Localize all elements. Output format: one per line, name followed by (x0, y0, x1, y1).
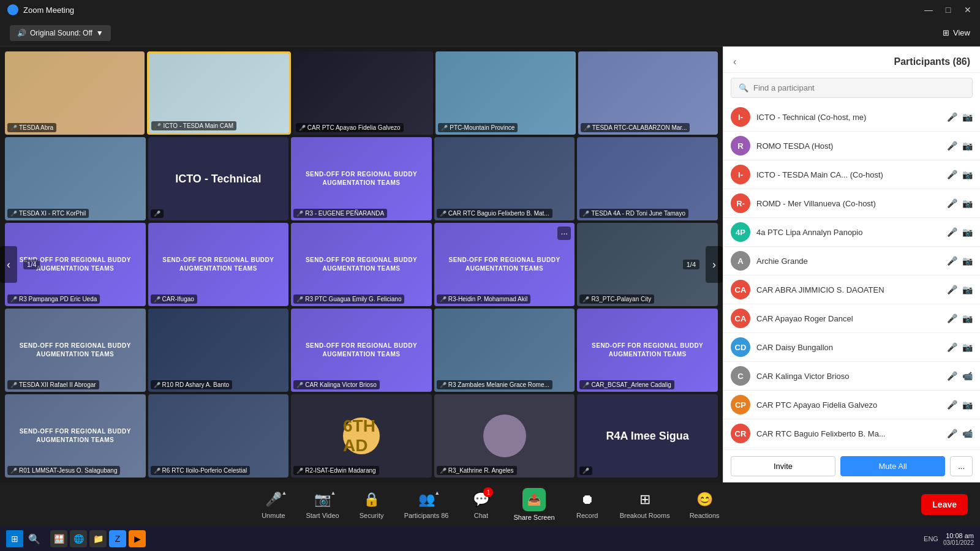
mic-icon: 🎤 (296, 296, 303, 302)
participant-item[interactable]: I- ICTO - Technical (Co-host, me) 🎤 📷 (723, 103, 980, 132)
video-icon: 📷 (962, 256, 973, 266)
unmute-label: Unmute (262, 512, 285, 519)
chat-button[interactable]: 💬 1 Chat (459, 485, 502, 524)
avatar: R- (731, 193, 750, 213)
close-button[interactable]: ✕ (963, 5, 973, 15)
participant-item[interactable]: A Archie Grande 🎤 📷 (723, 247, 980, 276)
video-cell-car-ptc[interactable]: 🎤 CAR PTC Apayao Fidelia Galvezo (293, 51, 433, 135)
record-button[interactable]: ⏺ Record (566, 485, 609, 524)
video-icon: 📷 (962, 400, 973, 410)
mute-icon: 🎤 (947, 342, 957, 352)
participant-actions: 🎤 📷 (947, 141, 973, 151)
mic-icon: 🎤 (440, 211, 447, 217)
video-cell-r3-eugene[interactable]: SEND-OFF FOR REGIONAL BUDDYAUGMENTATION … (291, 137, 432, 220)
mute-icon: 🎤 (947, 227, 957, 237)
mute-all-button[interactable]: Mute All (840, 456, 945, 476)
start-video-button[interactable]: 📷 ▲ Start Video (297, 485, 347, 524)
app-icon-vlc[interactable]: ▶ (129, 530, 146, 547)
video-cell-r6-rtc[interactable]: 🎤 R6 RTC Iloilo-Porferio Celestial (148, 394, 289, 478)
mic-icon: 🎤 (154, 123, 161, 129)
taskbar-search[interactable]: 🔍 (26, 530, 43, 547)
start-button[interactable]: ⊞ (6, 530, 23, 547)
invite-button[interactable]: Invite (731, 456, 835, 476)
video-icon: 📷 (962, 141, 973, 151)
share-screen-button[interactable]: 📤 Share Screen (505, 483, 563, 526)
participant-item[interactable]: R ROMO TESDA (Host) 🎤 📷 (723, 132, 980, 160)
video-cell-r3-zambales[interactable]: 🎤 R3 Zambales Melanie Grace Rome... (434, 309, 575, 392)
video-cell-car-bcsat[interactable]: SEND-OFF FOR REGIONAL BUDDYAUGMENTATION … (577, 309, 718, 392)
breakout-icon: ⊞ (635, 490, 655, 509)
participant-item[interactable]: CD CAR Daisy Bungallon 🎤 📷 (723, 333, 980, 362)
video-cell-tesda-4a[interactable]: 🎤 TESDA 4A - RD Toni June Tamayo (577, 137, 718, 220)
participant-item[interactable]: C CAR Kalinga Victor Brioso 🎤 📹 (723, 362, 980, 391)
video-icon: 📷 (962, 198, 973, 208)
maximize-button[interactable]: □ (943, 5, 953, 15)
participants-button[interactable]: 👥 ▲ Participants 86 (396, 485, 458, 524)
participants-list: I- ICTO - Technical (Co-host, me) 🎤 📷 R … (723, 103, 980, 449)
video-cell-car-kalinga-vic[interactable]: SEND-OFF FOR REGIONAL BUDDYAUGMENTATION … (291, 309, 432, 392)
participant-name: CAR PTC Apayao Fidelia Galvezo (756, 400, 947, 410)
participant-name: CAR Daisy Bungallon (756, 343, 947, 352)
leave-button[interactable]: Leave (921, 494, 968, 515)
view-button[interactable]: ⊞ View (943, 28, 970, 37)
zoom-icon (7, 4, 18, 15)
app-icon-2[interactable]: 🌐 (70, 530, 87, 547)
minimize-button[interactable]: — (924, 5, 933, 15)
participant-item[interactable]: CA CAR ABRA JIMMICIO S. DAOATEN 🎤 📷 (723, 276, 980, 304)
participant-label: R2-ISAT-Edwin Madarang (305, 467, 375, 474)
video-cell-ptc-mountain[interactable]: 🎤 PTC-Mountain Province (435, 51, 575, 135)
participant-item[interactable]: CA CAR Apayao Roger Dancel 🎤 📷 (723, 304, 980, 333)
app-icon-1[interactable]: 🪟 (50, 530, 67, 547)
more-options-button[interactable]: ... (950, 456, 973, 476)
video-cell-tesda-xii[interactable]: SEND-OFF FOR REGIONAL BUDDYAUGMENTATION … (5, 309, 146, 392)
reactions-button[interactable]: 😊 Reactions (681, 485, 728, 524)
participant-item[interactable]: CP CAR PTC Apayao Fidelia Galvezo 🎤 📷 (723, 391, 980, 419)
chat-icon: 💬 1 (471, 490, 491, 509)
unmute-button[interactable]: 🎤 ▲ Unmute (252, 485, 295, 524)
nav-arrow-left[interactable]: ‹ (0, 246, 17, 283)
mic-icon: 🎤 (296, 211, 303, 217)
video-cell-car-rtc[interactable]: 🎤 CAR RTC Baguio Felixberto B. Mat... (434, 137, 575, 220)
nav-arrow-right[interactable]: › (706, 246, 723, 283)
app-icon-3[interactable]: 📁 (89, 530, 107, 547)
mute-icon: 🎤 (947, 112, 957, 122)
mute-icon: 🎤 (947, 170, 957, 179)
mute-icon: 🎤 (947, 313, 957, 323)
participant-item[interactable]: I- ICTO - TESDA Main CA... (Co-host) 🎤 📷 (723, 160, 980, 189)
video-cell-tesda-abra[interactable]: 🎤 TESDA Abra (5, 51, 145, 135)
video-cell-icto-tech[interactable]: ICTO - Technical 🎤 (148, 137, 289, 220)
video-cell-r01-lmmsat[interactable]: SEND-OFF FOR REGIONAL BUDDYAUGMENTATION … (5, 394, 146, 478)
participant-label: TESDA XII Rafael II Abrogar (19, 381, 96, 388)
video-cell-tesda-xi[interactable]: 🎤 TESDA XI - RTC KorPhil (5, 137, 146, 220)
unmute-caret: ▲ (282, 490, 287, 496)
participant-label: R3-Heidin P. Mohammad Akil (448, 296, 527, 302)
participant-name: CAR Apayao Roger Dancel (756, 314, 947, 323)
security-button[interactable]: 🔒 Security (350, 485, 393, 524)
zoom-taskbar-icon[interactable]: Z (109, 530, 126, 547)
original-sound-button[interactable]: 🔊 Original Sound: Off ▼ (10, 25, 111, 41)
video-row-1: 🎤 TESDA Abra 🎤 ICTO - TESDA Main CAM 🎤 (5, 51, 718, 135)
video-cell-tesda-rtc[interactable]: 🎤 TESDA RTC-CALABARZON Mar... (578, 51, 718, 135)
video-cell-r3-kathrine[interactable]: 🎤 R3_Kathrine R. Angeles (434, 394, 575, 478)
participant-item[interactable]: R- ROMD - Mer Villanueva (Co-host) 🎤 📷 (723, 189, 980, 218)
search-input[interactable] (753, 83, 965, 92)
video-cell-r10-rd[interactable]: 🎤 R10 RD Ashary A. Banto (148, 309, 289, 392)
page-indicator-right: 1/4 (683, 260, 699, 269)
titlebar: Zoom Meeting — □ ✕ (0, 0, 980, 20)
video-cell-r3-heidin[interactable]: SEND-OFF FOR REGIONAL BUDDYAUGMENTATION … (434, 223, 575, 306)
window-controls: — □ ✕ (924, 5, 973, 15)
video-cell-r3-ptc-guagua[interactable]: SEND-OFF FOR REGIONAL BUDDYAUGMENTATION … (291, 223, 432, 306)
participant-item[interactable]: CR CAR RTC Baguio Felixberto B. Ma... 🎤 … (723, 419, 980, 448)
participant-item[interactable]: 4P 4a PTC Lipa Annalyn Panopio 🎤 📷 (723, 218, 980, 247)
more-options-button[interactable]: ··· (557, 227, 571, 240)
avatar: C (731, 366, 750, 386)
video-cell-car-ifugao[interactable]: SEND-OFF FOR REGIONAL BUDDYAUGMENTATION … (148, 223, 289, 306)
sound-icon: 🔊 (17, 29, 26, 37)
video-cell-r4a-imee[interactable]: R4A Imee Sigua 🎤 (577, 394, 718, 478)
video-cell-r2-isat[interactable]: 6TH AD 🎤 R2-ISAT-Edwin Madarang (291, 394, 432, 478)
sidebar-collapse-button[interactable]: ‹ (733, 56, 736, 67)
chat-label: Chat (474, 512, 488, 519)
avatar: CD (731, 337, 750, 357)
breakout-rooms-button[interactable]: ⊞ Breakout Rooms (611, 485, 679, 524)
video-cell-icto-main[interactable]: 🎤 ICTO - TESDA Main CAM (147, 51, 290, 135)
